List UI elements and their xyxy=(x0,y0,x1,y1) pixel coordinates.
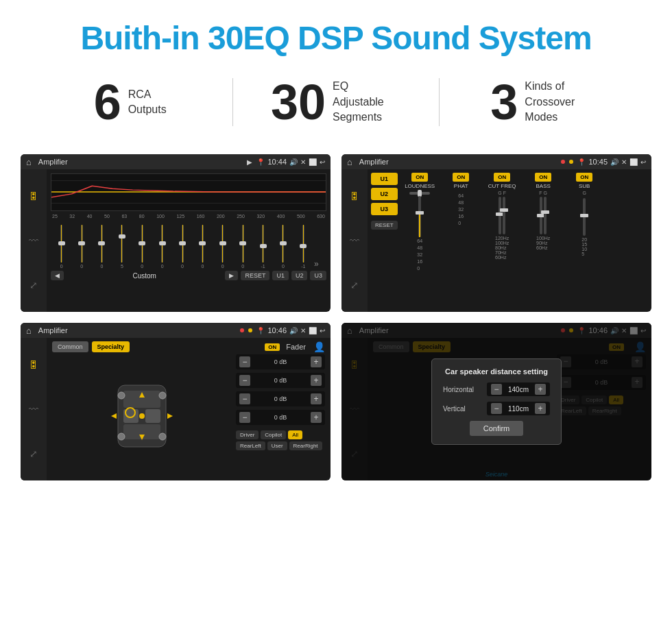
svg-point-10 xyxy=(159,392,166,399)
home-icon-2[interactable]: ⌂ xyxy=(347,157,352,167)
vertical-value: 110cm xyxy=(505,405,532,413)
ch-loudness-vslider[interactable] xyxy=(418,196,421,237)
eq-icon-active[interactable]: 🎛 xyxy=(29,191,38,202)
spk-icon-wave[interactable]: 〰 xyxy=(29,404,38,415)
eq-icon-wave[interactable]: 〰 xyxy=(29,235,38,246)
screen-dialog: ⌂ Amplifier 📍 10:46 🔊 ✕ ⬜ ↩ 🎛 〰 ⤢ Co xyxy=(341,323,651,480)
home-icon-1[interactable]: ⌂ xyxy=(26,157,32,167)
tab-specialty-3[interactable]: Specialty xyxy=(92,341,130,352)
zone-driver[interactable]: Driver xyxy=(236,430,259,439)
reset-btn-2[interactable]: RESET xyxy=(371,221,398,230)
zone-all[interactable]: All xyxy=(288,430,302,439)
play-btn[interactable]: ▶ xyxy=(225,271,238,280)
feature-crossover-number: 3 xyxy=(490,77,518,127)
status-bar-2: ⌂ Amplifier 📍 10:45 🔊 ✕ ⬜ ↩ xyxy=(341,154,651,169)
eq-slider-col[interactable]: 0 xyxy=(133,225,152,269)
db-tr-val: 0 dB xyxy=(252,377,309,384)
svg-rect-7 xyxy=(145,409,160,423)
amp2-icon-expand[interactable]: ⤢ xyxy=(350,280,359,291)
spk-icon-active[interactable]: 🎛 xyxy=(29,359,38,370)
eq-slider-col[interactable]: 0 xyxy=(52,225,71,269)
tab-common-3[interactable]: Common xyxy=(52,341,88,352)
ch-bass-on[interactable]: ON xyxy=(535,173,551,182)
distance-dialog: Car speaker distance setting Horizontal … xyxy=(431,358,562,445)
svg-point-11 xyxy=(118,433,125,440)
zone-rearright[interactable]: RearRight xyxy=(289,441,322,450)
ch-sub-on[interactable]: ON xyxy=(576,173,592,182)
vertical-minus[interactable]: − xyxy=(491,403,502,414)
amp2-inner: U1 U2 U3 RESET ON LOUDNESS xyxy=(371,173,648,308)
preset-u3[interactable]: U3 xyxy=(371,203,398,215)
feature-rca-desc: RCA Outputs xyxy=(128,87,167,118)
zone-copilot[interactable]: Copilot xyxy=(261,430,286,439)
ch-sub: ON SUB G 2015105 xyxy=(566,173,603,308)
page-title: Buith-in 30EQ DSP Sound System xyxy=(67,0,605,71)
eq-slider-col[interactable]: 0 xyxy=(213,225,232,269)
screen3-time: 10:46 xyxy=(267,326,287,334)
db-bl-plus[interactable]: + xyxy=(311,393,322,404)
eq-slider-col[interactable]: 0 xyxy=(193,225,212,269)
u1-btn-1[interactable]: U1 xyxy=(272,271,289,280)
user-icon-3[interactable]: 👤 xyxy=(313,341,325,352)
scroll-arrow[interactable]: » xyxy=(314,259,325,269)
amp2-icon-wave[interactable]: 〰 xyxy=(350,235,359,246)
eq-custom-label: Custom xyxy=(67,272,222,280)
eq-slider-col[interactable]: -1 xyxy=(254,225,272,269)
eq-curve-area xyxy=(51,173,326,211)
u2-btn-1[interactable]: U2 xyxy=(291,271,308,280)
zone-rearleft[interactable]: RearLeft xyxy=(236,441,265,450)
confirm-button[interactable]: Confirm xyxy=(470,421,524,436)
dialog-horizontal-row: Horizontal − 140cm + xyxy=(443,382,550,396)
amp2-sidebar: 🎛 〰 ⤢ xyxy=(341,169,368,312)
db-br-minus[interactable]: − xyxy=(239,412,250,423)
horizontal-minus[interactable]: − xyxy=(491,384,502,395)
features-row: 6 RCA Outputs 30 EQ Adjustable Segments … xyxy=(0,71,672,147)
status-bar-1: ⌂ Amplifier ▶ 📍 10:44 🔊 ✕ ⬜ ↩ xyxy=(21,154,331,169)
db-tr-minus[interactable]: − xyxy=(239,375,250,386)
feature-rca-number: 6 xyxy=(94,77,121,127)
eq-slider-col[interactable]: 0 xyxy=(72,225,91,269)
horizontal-plus[interactable]: + xyxy=(535,384,546,395)
ch-cutfreq-on[interactable]: ON xyxy=(494,173,510,182)
ch-phat-on[interactable]: ON xyxy=(453,173,469,182)
eq-slider-col[interactable]: 0 xyxy=(153,225,171,269)
spk-top-bar: Common Specialty ON Fader 👤 xyxy=(47,338,331,354)
amp2-icon-active[interactable]: 🎛 xyxy=(350,191,359,202)
db-br: − 0 dB + xyxy=(236,410,325,425)
status-icons-2: 📍 10:45 🔊 ✕ ⬜ ↩ xyxy=(577,158,646,166)
db-tr-plus[interactable]: + xyxy=(311,375,322,386)
eq-icon-expand[interactable]: ⤢ xyxy=(29,280,38,291)
db-tl-plus[interactable]: + xyxy=(311,356,322,367)
reset-btn-1[interactable]: RESET xyxy=(241,271,269,280)
spk-body: − 0 dB + − 0 dB + xyxy=(47,354,331,480)
status-dot-red-3 xyxy=(240,328,244,332)
eq-slider-col[interactable]: 0 xyxy=(274,225,292,269)
spk-icon-expand[interactable]: ⤢ xyxy=(29,448,38,459)
db-tl-minus[interactable]: − xyxy=(239,356,250,367)
ch-cutfreq: ON CUT FREQ G F xyxy=(483,173,521,308)
prev-btn[interactable]: ◀ xyxy=(51,271,64,280)
preset-u1[interactable]: U1 xyxy=(371,173,398,185)
preset-u2[interactable]: U2 xyxy=(371,188,398,200)
eq-slider-col[interactable]: 5 xyxy=(112,225,131,269)
vertical-plus[interactable]: + xyxy=(535,403,546,414)
eq-slider-col[interactable]: 0 xyxy=(93,225,111,269)
eq-slider-col[interactable]: 0 xyxy=(173,225,191,269)
db-bl-minus[interactable]: − xyxy=(239,393,250,404)
feature-crossover: 3 Kinds of Crossover Modes xyxy=(453,77,631,127)
spk-controls: − 0 dB + − 0 dB + xyxy=(236,354,325,477)
vertical-label: Vertical xyxy=(443,405,483,413)
feature-divider-2 xyxy=(439,78,440,126)
home-icon-3[interactable]: ⌂ xyxy=(26,326,32,336)
screen1-time: 10:44 xyxy=(267,158,287,166)
zone-user[interactable]: User xyxy=(267,441,287,450)
ch-bass: ON BASS F G xyxy=(525,173,562,308)
u3-btn-1[interactable]: U3 xyxy=(310,271,326,280)
ch-loudness-on[interactable]: ON xyxy=(411,173,428,182)
eq-sliders-row: 0 0 0 5 0 0 0 0 0 0 -1 0 -1 » xyxy=(51,221,326,269)
channel-strips: ON LOUDNESS 644832160 xyxy=(401,173,648,308)
db-br-plus[interactable]: + xyxy=(311,412,322,423)
eq-slider-col[interactable]: 0 xyxy=(234,225,252,269)
dialog-title: Car speaker distance setting xyxy=(443,367,550,376)
eq-slider-col[interactable]: -1 xyxy=(294,225,313,269)
